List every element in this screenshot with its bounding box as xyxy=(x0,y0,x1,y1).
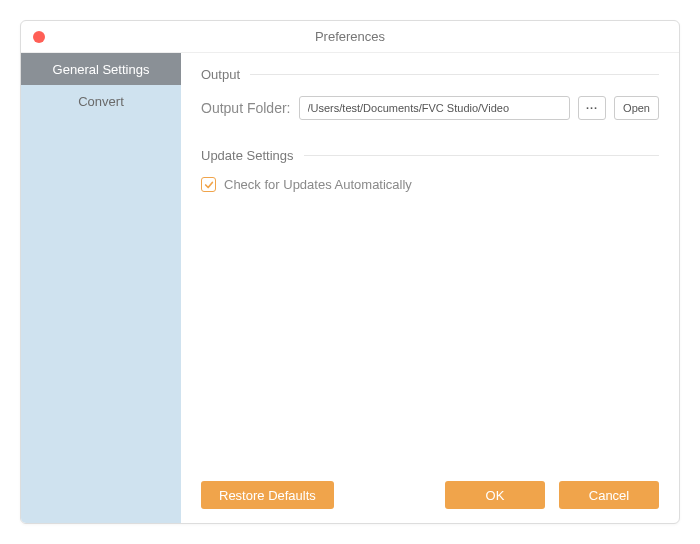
section-title: Output xyxy=(201,67,240,82)
divider xyxy=(250,74,659,75)
check-updates-row: Check for Updates Automatically xyxy=(201,177,659,192)
check-updates-checkbox[interactable] xyxy=(201,177,216,192)
sidebar: General Settings Convert xyxy=(21,53,181,523)
output-folder-row: Output Folder: ··· Open xyxy=(201,96,659,120)
section-title: Update Settings xyxy=(201,148,294,163)
window-body: General Settings Convert Output Output F… xyxy=(21,53,679,523)
section-header-output: Output xyxy=(201,67,659,82)
sidebar-item-convert[interactable]: Convert xyxy=(21,85,181,117)
divider xyxy=(304,155,659,156)
browse-button[interactable]: ··· xyxy=(578,96,606,120)
ok-button[interactable]: OK xyxy=(445,481,545,509)
output-folder-input[interactable] xyxy=(299,96,571,120)
titlebar: Preferences xyxy=(21,21,679,53)
spacer xyxy=(201,192,659,481)
check-updates-label: Check for Updates Automatically xyxy=(224,177,412,192)
sidebar-item-label: General Settings xyxy=(53,62,150,77)
restore-defaults-button[interactable]: Restore Defaults xyxy=(201,481,334,509)
output-folder-label: Output Folder: xyxy=(201,100,291,116)
section-header-update: Update Settings xyxy=(201,148,659,163)
footer: Restore Defaults OK Cancel xyxy=(201,481,659,509)
cancel-button[interactable]: Cancel xyxy=(559,481,659,509)
close-icon[interactable] xyxy=(33,31,45,43)
open-folder-button[interactable]: Open xyxy=(614,96,659,120)
sidebar-item-label: Convert xyxy=(78,94,124,109)
preferences-window: Preferences General Settings Convert Out… xyxy=(20,20,680,524)
checkmark-icon xyxy=(204,180,214,190)
sidebar-item-general-settings[interactable]: General Settings xyxy=(21,53,181,85)
window-title: Preferences xyxy=(21,29,679,44)
content-pane: Output Output Folder: ··· Open Update Se… xyxy=(181,53,679,523)
